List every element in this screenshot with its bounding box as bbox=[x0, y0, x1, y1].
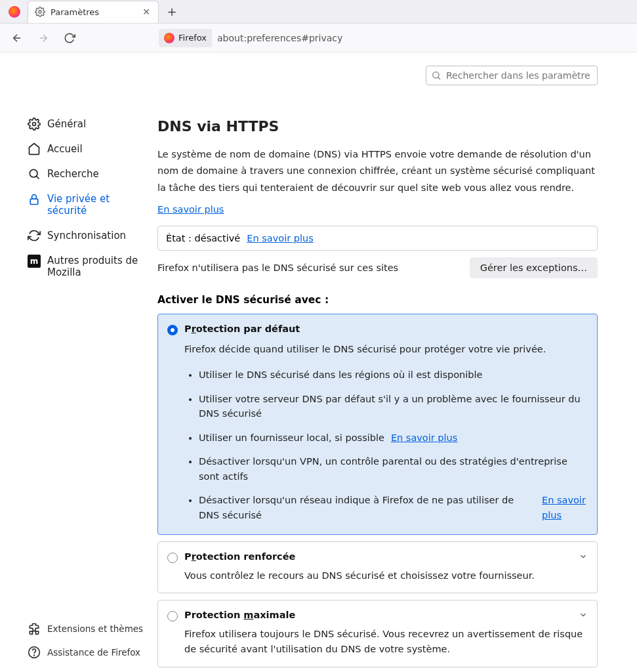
option-subtitle: Firefox décide quand utiliser le DNS séc… bbox=[184, 342, 588, 357]
svg-point-1 bbox=[33, 123, 36, 126]
sidebar-label: Recherche bbox=[47, 168, 99, 180]
activate-heading: Activer le DNS sécurisé avec : bbox=[157, 294, 598, 306]
sidebar-label: Général bbox=[47, 118, 86, 130]
new-tab-button[interactable]: + bbox=[163, 3, 181, 21]
doh-option-default[interactable]: Protection par défaut Firefox décide qua… bbox=[157, 314, 598, 535]
sidebar-label: Vie privée et sécurité bbox=[47, 193, 146, 217]
option-title: Protection renforcée bbox=[184, 551, 588, 562]
settings-sidebar: Général Accueil Recherche Vie privée et … bbox=[0, 52, 157, 672]
option-bullet: Utiliser le DNS sécurisé dans les région… bbox=[199, 368, 588, 382]
url-identity-label: Firefox bbox=[178, 33, 207, 43]
settings-main: DNS via HTTPS Le système de nom de domai… bbox=[157, 52, 637, 672]
sidebar-label: Accueil bbox=[47, 143, 83, 155]
sidebar-item-home[interactable]: Accueil bbox=[0, 136, 157, 161]
learn-more-link[interactable]: En savoir plus bbox=[157, 204, 224, 215]
radio-max[interactable] bbox=[167, 611, 178, 621]
option-subtitle: Firefox utilisera toujours le DNS sécuri… bbox=[184, 627, 588, 657]
doh-sites-note: Firefox n'utilisera pas le DNS sécurisé … bbox=[157, 262, 398, 273]
learn-more-link[interactable]: En savoir plus bbox=[391, 432, 457, 443]
doh-status-link[interactable]: En savoir plus bbox=[247, 233, 313, 243]
doh-status-label: État : désactivé bbox=[166, 233, 240, 243]
sidebar-item-extensions[interactable]: Extensions et thèmes bbox=[0, 617, 157, 640]
doh-status-box: État : désactivé En savoir plus bbox=[157, 226, 598, 251]
app-icon bbox=[5, 3, 24, 21]
svg-point-2 bbox=[30, 169, 37, 177]
option-bullet: Utiliser un fournisseur local, si possib… bbox=[199, 430, 588, 445]
tab-title: Paramètres bbox=[51, 7, 141, 17]
radio-default[interactable] bbox=[167, 325, 178, 335]
sidebar-item-support[interactable]: Assistance de Firefox bbox=[0, 640, 157, 664]
svg-rect-3 bbox=[30, 199, 38, 204]
forward-button[interactable] bbox=[34, 29, 52, 47]
radio-increased[interactable] bbox=[167, 553, 178, 563]
sidebar-label: Assistance de Firefox bbox=[47, 647, 140, 658]
option-bullet: Désactiver lorsqu'un VPN, un contrôle pa… bbox=[199, 454, 588, 484]
settings-search-input[interactable] bbox=[426, 66, 598, 85]
learn-more-link[interactable]: En savoir plus bbox=[542, 493, 588, 522]
manage-exceptions-button[interactable]: Gérer les exceptions… bbox=[470, 257, 598, 278]
reload-button[interactable] bbox=[60, 29, 79, 47]
url-text: about:preferences#privacy bbox=[212, 29, 348, 47]
svg-point-5 bbox=[34, 655, 35, 656]
svg-point-0 bbox=[39, 10, 41, 13]
sidebar-item-sync[interactable]: Synchronisation bbox=[0, 223, 157, 248]
firefox-icon bbox=[164, 33, 175, 43]
sidebar-item-privacy[interactable]: Vie privée et sécurité bbox=[0, 186, 157, 223]
option-bullet: Désactiver lorsqu'un réseau indique à Fi… bbox=[199, 493, 588, 522]
nav-toolbar: Firefox about:preferences#privacy bbox=[0, 24, 637, 52]
option-bullet: Utiliser votre serveur DNS par défaut s'… bbox=[199, 392, 588, 421]
search-icon bbox=[431, 70, 442, 81]
svg-point-6 bbox=[433, 72, 439, 78]
chevron-down-icon bbox=[579, 610, 588, 622]
section-description: Le système de nom de domaine (DNS) via H… bbox=[157, 146, 598, 196]
chevron-down-icon bbox=[579, 551, 588, 564]
mozilla-icon: m bbox=[28, 255, 41, 268]
option-title: Protection maximale bbox=[184, 610, 588, 620]
sidebar-label: Autres produits de Mozilla bbox=[47, 255, 146, 278]
sidebar-label: Synchronisation bbox=[47, 230, 126, 242]
option-title: Protection par défaut bbox=[184, 324, 588, 334]
back-button[interactable] bbox=[8, 29, 26, 47]
gear-icon bbox=[35, 7, 45, 17]
url-bar[interactable]: Firefox about:preferences#privacy bbox=[159, 29, 348, 47]
doh-option-max[interactable]: Protection maximale Firefox utilisera to… bbox=[157, 600, 598, 667]
sidebar-item-general[interactable]: Général bbox=[0, 112, 157, 136]
doh-option-increased[interactable]: Protection renforcée Vous contrôlez le r… bbox=[157, 541, 598, 593]
option-subtitle: Vous contrôlez le recours au DNS sécuris… bbox=[184, 568, 588, 583]
window-tab-bar: Paramètres ✕ + bbox=[0, 0, 637, 24]
sidebar-item-mozilla-products[interactable]: m Autres produits de Mozilla bbox=[0, 248, 157, 285]
close-tab-icon[interactable]: ✕ bbox=[141, 7, 152, 17]
url-identity-pill[interactable]: Firefox bbox=[159, 29, 212, 47]
browser-tab[interactable]: Paramètres ✕ bbox=[28, 1, 159, 23]
sidebar-item-search[interactable]: Recherche bbox=[0, 161, 157, 186]
sidebar-label: Extensions et thèmes bbox=[47, 623, 143, 634]
section-title: DNS via HTTPS bbox=[157, 118, 598, 135]
